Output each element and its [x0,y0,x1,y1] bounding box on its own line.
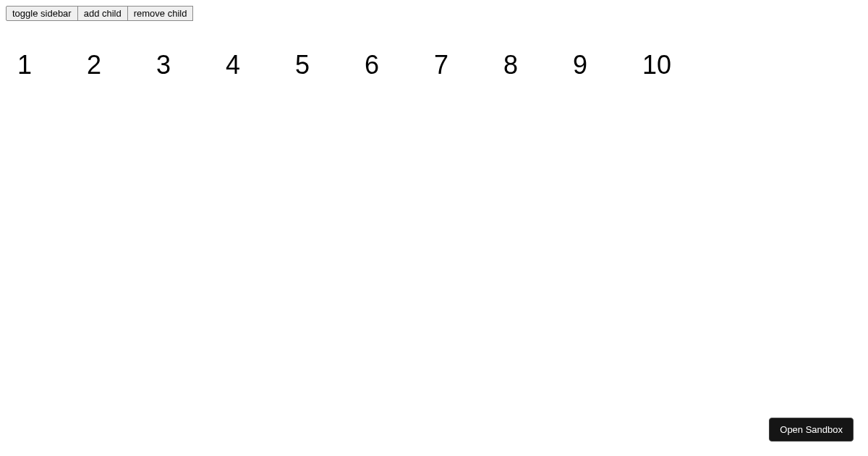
list-item: 2 [87,50,156,80]
toggle-sidebar-button[interactable]: toggle sidebar [6,6,78,21]
list-item: 5 [295,50,365,80]
open-sandbox-button[interactable]: Open Sandbox [769,418,854,442]
toolbar: toggle sidebar add child remove child [6,6,862,21]
list-item: 8 [503,50,573,80]
list-item: 4 [226,50,295,80]
items-row: 1 2 3 4 5 6 7 8 9 10 [6,50,862,80]
remove-child-button[interactable]: remove child [127,6,194,21]
list-item: 7 [434,50,503,80]
add-child-button[interactable]: add child [77,6,128,21]
list-item: 3 [156,50,226,80]
list-item: 10 [642,50,712,80]
list-item: 1 [17,50,87,80]
list-item: 6 [365,50,434,80]
list-item: 9 [573,50,642,80]
